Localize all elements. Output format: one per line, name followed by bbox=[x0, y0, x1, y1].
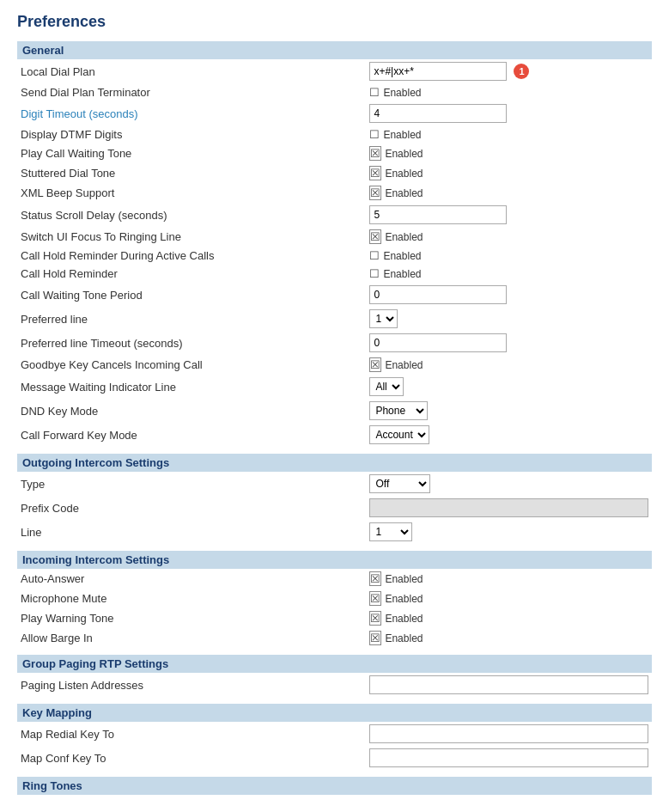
section-header-outgoing-intercom: Outgoing Intercom Settings bbox=[17, 454, 652, 472]
table-row: Preferred line Timeout (seconds) bbox=[17, 331, 652, 355]
row-value: AccountPhoneLine bbox=[366, 423, 652, 447]
enabled-label: Enabled bbox=[385, 168, 423, 180]
enabled-label: Enabled bbox=[385, 231, 423, 243]
row-label: Preferred line bbox=[17, 307, 366, 331]
section-header-key-mapping: Key Mapping bbox=[17, 704, 652, 722]
text-input[interactable] bbox=[369, 205, 507, 224]
row-value: Enabled bbox=[366, 143, 652, 163]
enabled-label: Enabled bbox=[383, 250, 421, 262]
table-row: Call Waiting Tone Period bbox=[17, 283, 652, 307]
select-input[interactable]: 1234 bbox=[369, 309, 398, 328]
enabled-label: Enabled bbox=[385, 187, 423, 199]
row-value: OffNormalWhisperBarge bbox=[366, 472, 652, 496]
select-input[interactable]: All1234 bbox=[369, 377, 404, 396]
select-input[interactable]: OffNormalWhisperBarge bbox=[369, 474, 430, 493]
section-table-incoming-intercom: Auto-AnswerEnabledMicrophone MuteEnabled… bbox=[17, 569, 652, 648]
checkbox[interactable] bbox=[369, 86, 380, 99]
table-row: Map Redial Key To bbox=[17, 722, 652, 746]
row-value bbox=[366, 203, 652, 227]
select-input[interactable]: PhoneLineCustom bbox=[369, 401, 428, 420]
row-label: Status Scroll Delay (seconds) bbox=[17, 203, 366, 227]
text-input[interactable] bbox=[369, 748, 648, 767]
section-table-key-mapping: Map Redial Key ToMap Conf Key To bbox=[17, 722, 652, 770]
row-label: Send Dial Plan Terminator bbox=[17, 83, 366, 101]
row-label: Stuttered Dial Tone bbox=[17, 163, 366, 183]
row-value: Enabled bbox=[366, 83, 652, 101]
select-input[interactable]: AccountPhoneLine bbox=[369, 425, 429, 444]
section-table-general: Local Dial Plan1Send Dial Plan Terminato… bbox=[17, 59, 652, 447]
checkbox[interactable] bbox=[369, 229, 381, 244]
row-label: Type bbox=[17, 472, 366, 496]
enabled-label: Enabled bbox=[383, 129, 421, 141]
table-row: Local Dial Plan1 bbox=[17, 59, 652, 83]
row-label: Digit Timeout (seconds) bbox=[17, 101, 366, 125]
enabled-label: Enabled bbox=[385, 573, 423, 585]
row-label: Prefix Code bbox=[17, 496, 366, 520]
text-input[interactable] bbox=[369, 104, 507, 123]
text-input[interactable] bbox=[369, 675, 648, 694]
checkbox[interactable] bbox=[369, 166, 381, 180]
select-input-small[interactable]: 1234 bbox=[369, 522, 412, 541]
row-label: Map Redial Key To bbox=[17, 722, 366, 746]
row-label: Paging Listen Addresses bbox=[17, 673, 366, 697]
row-label: Allow Barge In bbox=[17, 628, 366, 648]
row-value: 1 bbox=[366, 59, 652, 83]
table-row: DND Key ModePhoneLineCustom bbox=[17, 399, 652, 423]
row-value bbox=[366, 673, 652, 697]
table-row: Digit Timeout (seconds) bbox=[17, 101, 652, 125]
table-row: Message Waiting Indicator LineAll1234 bbox=[17, 375, 652, 399]
checkbox[interactable] bbox=[369, 146, 381, 161]
row-label: Auto-Answer bbox=[17, 569, 366, 589]
row-label: Display DTMF Digits bbox=[17, 125, 366, 143]
checkbox[interactable] bbox=[369, 267, 380, 280]
row-label: Map Conf Key To bbox=[17, 746, 366, 770]
row-value: Enabled bbox=[366, 247, 652, 265]
enabled-label: Enabled bbox=[383, 87, 421, 99]
table-row: Call Hold Reminder During Active CallsEn… bbox=[17, 247, 652, 265]
row-label: Call Waiting Tone Period bbox=[17, 283, 366, 307]
table-row: Auto-AnswerEnabled bbox=[17, 569, 652, 589]
checkbox[interactable] bbox=[369, 591, 381, 606]
table-row: Goodbye Key Cancels Incoming CallEnabled bbox=[17, 355, 652, 375]
row-value bbox=[366, 283, 652, 307]
table-row: XML Beep SupportEnabled bbox=[17, 183, 652, 203]
section-header-group-paging: Group Paging RTP Settings bbox=[17, 655, 652, 673]
row-value: Enabled bbox=[366, 265, 652, 283]
checkbox[interactable] bbox=[369, 357, 381, 372]
row-value: All1234 bbox=[366, 375, 652, 399]
page-title: Preferences bbox=[17, 13, 652, 31]
row-value bbox=[366, 496, 652, 520]
row-value: PhoneLineCustom bbox=[366, 399, 652, 423]
checkbox[interactable] bbox=[369, 611, 381, 626]
checkbox[interactable] bbox=[369, 128, 380, 141]
text-input[interactable] bbox=[369, 724, 648, 743]
row-value: Enabled bbox=[366, 608, 652, 628]
row-label: Message Waiting Indicator Line bbox=[17, 375, 366, 399]
row-value: Enabled bbox=[366, 569, 652, 589]
row-value: 1234 bbox=[366, 307, 652, 331]
table-row: Paging Listen Addresses bbox=[17, 673, 652, 697]
enabled-label: Enabled bbox=[385, 593, 423, 605]
table-row: Map Conf Key To bbox=[17, 746, 652, 770]
table-row: Call Forward Key ModeAccountPhoneLine bbox=[17, 423, 652, 447]
checkbox[interactable] bbox=[369, 186, 381, 200]
enabled-label: Enabled bbox=[383, 268, 421, 280]
table-row: Play Call Waiting ToneEnabled bbox=[17, 143, 652, 163]
checkbox[interactable] bbox=[369, 249, 380, 262]
row-value: Enabled bbox=[366, 355, 652, 375]
checkbox[interactable] bbox=[369, 631, 381, 645]
text-input[interactable] bbox=[369, 62, 507, 81]
row-label: Microphone Mute bbox=[17, 589, 366, 608]
row-value bbox=[366, 331, 652, 355]
row-label: Call Forward Key Mode bbox=[17, 423, 366, 447]
text-input[interactable] bbox=[369, 285, 507, 304]
table-row: Preferred line1234 bbox=[17, 307, 652, 331]
row-value: Enabled bbox=[366, 125, 652, 143]
row-value: Enabled bbox=[366, 163, 652, 183]
enabled-label: Enabled bbox=[385, 148, 423, 160]
row-label: DND Key Mode bbox=[17, 399, 366, 423]
table-row: Play Warning ToneEnabled bbox=[17, 608, 652, 628]
checkbox[interactable] bbox=[369, 571, 381, 586]
row-value bbox=[366, 101, 652, 125]
text-input[interactable] bbox=[369, 333, 507, 352]
